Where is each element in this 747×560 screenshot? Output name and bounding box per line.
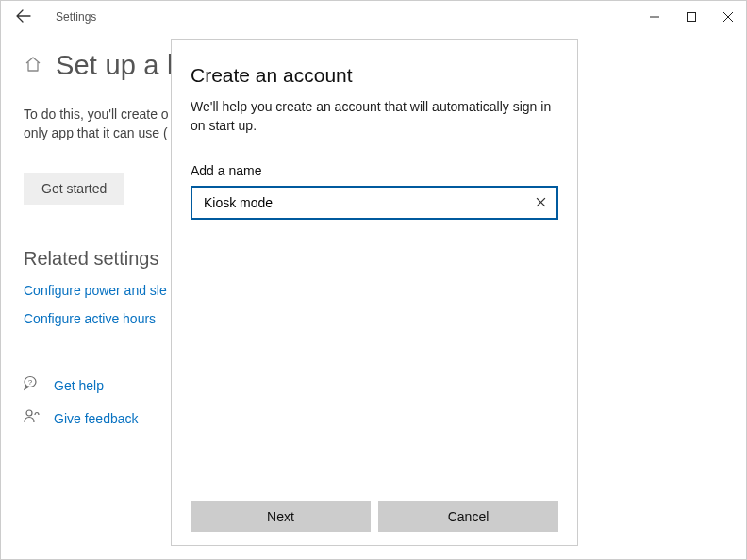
app-title: Settings: [56, 10, 96, 24]
window-controls: [636, 4, 746, 30]
page-title: Set up a k: [56, 50, 181, 81]
desc-line-1: To do this, you'll create o: [24, 107, 169, 122]
link-give-feedback[interactable]: Give feedback: [54, 411, 139, 426]
dialog-subtitle: We'll help you create an account that wi…: [191, 98, 558, 135]
back-button[interactable]: [8, 4, 39, 31]
desc-line-2: only app that it can use (: [24, 125, 168, 140]
maximize-button[interactable]: [672, 4, 709, 30]
dialog-title: Create an account: [191, 64, 558, 87]
name-input-wrapper[interactable]: [191, 186, 558, 220]
svg-rect-1: [687, 13, 695, 22]
cancel-button[interactable]: Cancel: [378, 501, 558, 532]
create-account-dialog: Create an account We'll help you create …: [171, 39, 578, 546]
help-icon: ?: [24, 375, 41, 395]
home-icon: [24, 55, 42, 77]
next-button[interactable]: Next: [191, 501, 371, 532]
feedback-icon: [24, 408, 41, 428]
minimize-button[interactable]: [636, 4, 672, 30]
link-get-help[interactable]: Get help: [54, 378, 104, 393]
svg-text:?: ?: [28, 378, 33, 387]
titlebar-left: Settings: [8, 4, 96, 31]
dialog-buttons: Next Cancel: [191, 501, 558, 532]
get-started-button[interactable]: Get started: [24, 173, 124, 205]
name-input[interactable]: [202, 194, 531, 211]
clear-input-icon[interactable]: [531, 193, 551, 213]
titlebar: Settings: [1, 1, 746, 33]
close-button[interactable]: [709, 4, 746, 30]
svg-point-6: [26, 410, 32, 416]
name-field-label: Add a name: [191, 163, 558, 178]
